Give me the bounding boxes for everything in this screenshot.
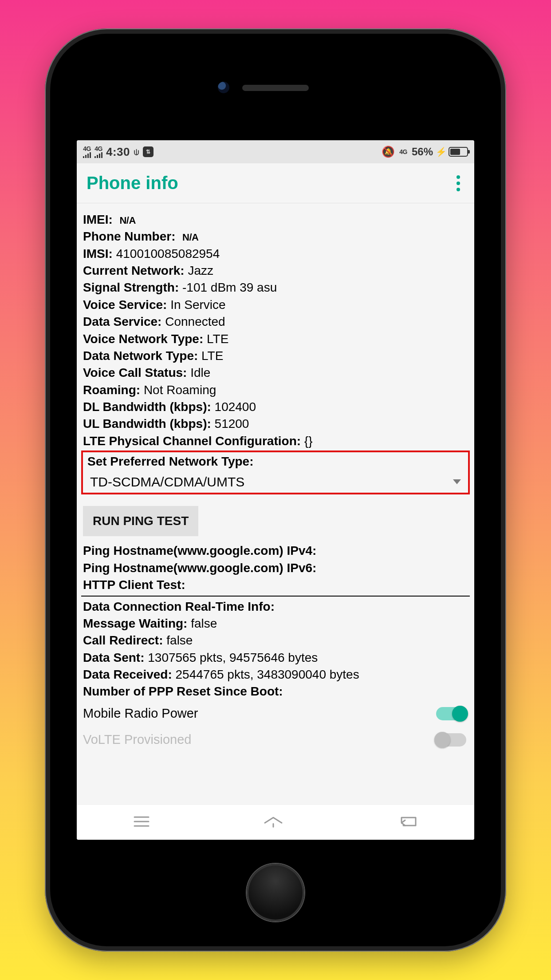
chevron-down-icon bbox=[453, 479, 461, 484]
voice-call-status-row: Voice Call Status: Idle bbox=[81, 364, 470, 381]
volte-provisioned-row: VoLTE Provisioned bbox=[81, 727, 470, 753]
data-received-row: Data Received: 2544765 pkts, 3483090040 … bbox=[81, 666, 470, 683]
voice-service-row: Voice Service: In Service bbox=[81, 296, 470, 313]
recents-button[interactable] bbox=[133, 815, 150, 830]
preferred-network-select[interactable]: TD-SCDMA/CDMA/UMTS bbox=[86, 470, 465, 492]
preferred-network-label: Set Preferred Network Type: bbox=[87, 454, 254, 468]
front-camera bbox=[218, 82, 229, 93]
data-network-type-label: Data Network Type: bbox=[83, 349, 198, 363]
voice-network-type-value: LTE bbox=[207, 332, 228, 346]
preferred-network-label-row: Set Preferred Network Type: bbox=[86, 453, 465, 470]
ping-ipv6-row: Ping Hostname(www.google.com) IPv6: bbox=[81, 560, 470, 577]
usb-icon: ⍦ bbox=[134, 146, 139, 158]
voice-call-status-label: Voice Call Status: bbox=[83, 366, 187, 379]
battery-status: 56% ⚡ bbox=[412, 146, 468, 158]
imsi-value: 410010085082954 bbox=[116, 247, 220, 261]
signal-bars-icon-1 bbox=[83, 152, 91, 158]
message-waiting-label: Message Waiting: bbox=[83, 616, 187, 630]
data-service-label: Data Service: bbox=[83, 315, 161, 328]
call-redirect-label: Call Redirect: bbox=[83, 633, 163, 647]
message-waiting-value: false bbox=[191, 616, 217, 630]
ul-bandwidth-row: UL Bandwidth (kbps): 51200 bbox=[81, 415, 470, 432]
status-bar: 4G 4G 4:30 ⍦ ⇅ 🔕 4G bbox=[77, 140, 474, 163]
imsi-row: IMSI: 410010085082954 bbox=[81, 245, 470, 262]
status-time: 4:30 bbox=[106, 145, 130, 159]
status-left: 4G 4G 4:30 ⍦ ⇅ bbox=[83, 145, 153, 159]
data-service-value: Connected bbox=[165, 315, 225, 328]
ping-ipv6-label: Ping Hostname(www.google.com) IPv6: bbox=[83, 561, 316, 575]
dnd-icon: 🔕 bbox=[382, 146, 395, 158]
status-right: 🔕 4G 56% ⚡ bbox=[382, 146, 468, 158]
content: IMEI: N/A Phone Number: N/A IMSI: 410010… bbox=[77, 203, 474, 761]
mobile-radio-power-row: Mobile Radio Power bbox=[81, 700, 470, 727]
voice-network-type-label: Voice Network Type: bbox=[83, 332, 203, 346]
home-button[interactable] bbox=[262, 815, 284, 830]
http-client-label: HTTP Client Test: bbox=[83, 578, 185, 592]
roaming-value: Not Roaming bbox=[144, 383, 216, 397]
back-button[interactable] bbox=[396, 815, 418, 830]
battery-icon bbox=[449, 147, 468, 157]
message-waiting-row: Message Waiting: false bbox=[81, 615, 470, 632]
overflow-menu-button[interactable] bbox=[452, 171, 464, 196]
divider bbox=[81, 596, 470, 597]
data-network-type-value: LTE bbox=[201, 349, 223, 363]
signal-strength-value: -101 dBm 39 asu bbox=[182, 281, 277, 294]
ppp-reset-label: Number of PPP Reset Since Boot: bbox=[83, 684, 283, 698]
dl-bandwidth-row: DL Bandwidth (kbps): 102400 bbox=[81, 399, 470, 415]
volte-provisioned-toggle[interactable] bbox=[436, 733, 466, 747]
lte-pcc-value: {} bbox=[304, 434, 313, 448]
voice-service-label: Voice Service: bbox=[83, 298, 167, 312]
ping-ipv4-label: Ping Hostname(www.google.com) IPv4: bbox=[83, 544, 316, 557]
preferred-network-highlight: Set Preferred Network Type: TD-SCDMA/CDM… bbox=[81, 450, 470, 494]
phone-bezel: 4G 4G 4:30 ⍦ ⇅ 🔕 4G bbox=[50, 34, 501, 946]
current-network-label: Current Network: bbox=[83, 264, 185, 277]
imei-label: IMEI: bbox=[83, 213, 113, 226]
data-network-type-row: Data Network Type: LTE bbox=[81, 348, 470, 364]
signal-bars-icon-2 bbox=[94, 152, 102, 158]
lte-pcc-label: LTE Physical Channel Configuration: bbox=[83, 434, 301, 448]
ul-bandwidth-value: 51200 bbox=[215, 417, 249, 431]
call-redirect-row: Call Redirect: false bbox=[81, 632, 470, 649]
signal-strength-row: Signal Strength: -101 dBm 39 asu bbox=[81, 279, 470, 296]
app-bar: Phone info bbox=[77, 163, 474, 203]
phone-number-label: Phone Number: bbox=[83, 229, 175, 243]
imei-row: IMEI: N/A bbox=[81, 211, 470, 228]
dl-bandwidth-value: 102400 bbox=[215, 400, 256, 414]
signal-sim1-icon: 4G bbox=[83, 146, 91, 158]
voice-call-status-value: Idle bbox=[190, 366, 210, 379]
screen: 4G 4G 4:30 ⍦ ⇅ 🔕 4G bbox=[77, 140, 474, 840]
imsi-label: IMSI: bbox=[83, 247, 113, 261]
ppp-reset-row: Number of PPP Reset Since Boot: bbox=[81, 683, 470, 700]
dl-bandwidth-label: DL Bandwidth (kbps): bbox=[83, 400, 211, 414]
ear-speaker bbox=[242, 85, 309, 91]
data-sent-label: Data Sent: bbox=[83, 651, 144, 664]
data-received-value: 2544765 pkts, 3483090040 bytes bbox=[176, 668, 359, 681]
data-sent-row: Data Sent: 1307565 pkts, 94575646 bytes bbox=[81, 649, 470, 666]
ul-bandwidth-label: UL Bandwidth (kbps): bbox=[83, 417, 211, 431]
imei-value: N/A bbox=[119, 215, 135, 226]
data-service-row: Data Service: Connected bbox=[81, 313, 470, 330]
roaming-row: Roaming: Not Roaming bbox=[81, 382, 470, 399]
roaming-label: Roaming: bbox=[83, 383, 140, 397]
volte-provisioned-label: VoLTE Provisioned bbox=[83, 731, 192, 749]
hardware-home-button[interactable] bbox=[247, 864, 304, 921]
lte-pcc-row: LTE Physical Channel Configuration: {} bbox=[81, 433, 470, 450]
system-nav-bar bbox=[77, 804, 474, 840]
run-ping-test-button[interactable]: RUN PING TEST bbox=[83, 506, 198, 536]
net-gen-label-2: 4G bbox=[94, 146, 102, 152]
preferred-network-value: TD-SCDMA/CDMA/UMTS bbox=[90, 473, 244, 491]
net-gen-label-1: 4G bbox=[83, 146, 91, 152]
mobile-radio-power-label: Mobile Radio Power bbox=[83, 705, 198, 723]
current-network-value: Jazz bbox=[188, 264, 213, 277]
battery-percent: 56% bbox=[412, 146, 433, 158]
data-sent-value: 1307565 pkts, 94575646 bytes bbox=[148, 651, 318, 664]
mobile-radio-power-toggle[interactable] bbox=[436, 707, 466, 720]
phone-number-row: Phone Number: N/A bbox=[81, 228, 470, 245]
data-received-label: Data Received: bbox=[83, 668, 172, 681]
page-title: Phone info bbox=[87, 173, 178, 193]
signal-strength-label: Signal Strength: bbox=[83, 281, 179, 294]
call-redirect-value: false bbox=[166, 633, 193, 647]
signal-sim2-icon: 4G bbox=[94, 146, 102, 158]
voice-service-value: In Service bbox=[170, 298, 226, 312]
phone-number-value: N/A bbox=[182, 232, 198, 243]
